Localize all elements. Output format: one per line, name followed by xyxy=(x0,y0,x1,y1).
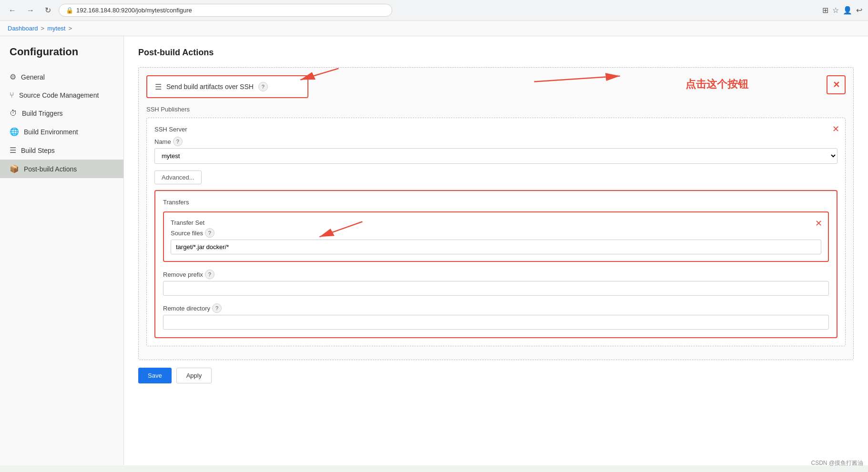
watermark: CSDN @摸鱼打酱油 xyxy=(811,459,863,465)
sidebar-label-general: General xyxy=(21,73,45,81)
menu-icon: ☰ xyxy=(155,82,162,91)
name-field-label: Name ? xyxy=(154,137,837,146)
name-help-btn[interactable]: ? xyxy=(173,137,183,146)
sidebar-item-post-build[interactable]: 📦 Post-build Actions xyxy=(0,160,123,178)
sidebar-label-build-steps: Build Steps xyxy=(21,147,55,154)
package-icon: 📦 xyxy=(10,164,19,173)
globe-icon: 🌐 xyxy=(10,127,19,136)
browser-actions: ⊞ ☆ 👤 ↩ xyxy=(822,6,862,15)
close-transfer-button[interactable]: ✕ xyxy=(815,218,822,229)
profile-btn[interactable]: 👤 xyxy=(843,6,852,15)
extensions-btn[interactable]: ⊞ xyxy=(822,6,828,15)
page-title: Post-build Actions xyxy=(138,48,854,58)
url-text: 192.168.184.80:9200/job/mytest/configure xyxy=(76,7,192,14)
ssh-server-label: SSH Server xyxy=(154,126,837,133)
ssh-server-title: SSH Server xyxy=(154,126,187,133)
source-files-input[interactable] xyxy=(171,240,821,254)
remote-directory-group: Remote directory ? xyxy=(163,303,829,330)
bookmark-btn[interactable]: ☆ xyxy=(832,6,839,15)
breadcrumb-sep2: > xyxy=(69,25,72,32)
remote-directory-label: Remote directory ? xyxy=(163,303,829,313)
server-name-select[interactable]: mytest xyxy=(154,148,837,164)
browser-chrome: ← → ↻ 🔒 192.168.184.80:9200/job/mytest/c… xyxy=(0,0,868,21)
sidebar: Configuration ⚙ General ⑂ Source Code Ma… xyxy=(0,36,124,465)
ssh-publishers-label: SSH Publishers xyxy=(146,106,846,113)
remove-prefix-help-btn[interactable]: ? xyxy=(205,270,214,279)
sidebar-label-source-code: Source Code Management xyxy=(19,91,99,99)
close-section-button[interactable]: ✕ xyxy=(827,75,846,94)
more-btn[interactable]: ↩ xyxy=(856,6,862,15)
clock-icon: ⏱ xyxy=(10,109,17,118)
transfer-inner-section: ✕ Transfer Set Source files ? xyxy=(163,211,829,262)
transfer-set-label: Transfer Set xyxy=(171,219,821,226)
name-label-text: Name xyxy=(154,138,171,145)
apply-button[interactable]: Apply xyxy=(176,368,212,383)
content-wrapper: Post-build Actions ✕ ☰ Send build artifa… xyxy=(138,48,854,388)
address-bar[interactable]: 🔒 192.168.184.80:9200/job/mytest/configu… xyxy=(59,4,392,17)
breadcrumb-mytest[interactable]: mytest xyxy=(47,25,65,32)
breadcrumb-sep1: > xyxy=(41,25,45,32)
sidebar-label-build-environment: Build Environment xyxy=(24,128,78,136)
gear-icon: ⚙ xyxy=(10,72,16,81)
remote-directory-input[interactable] xyxy=(163,315,829,330)
content-area: Post-build Actions ✕ ☰ Send build artifa… xyxy=(124,36,868,465)
remote-directory-help-btn[interactable]: ? xyxy=(212,303,222,313)
branch-icon: ⑂ xyxy=(10,91,14,100)
sidebar-item-source-code[interactable]: ⑂ Source Code Management xyxy=(0,86,123,104)
sidebar-item-general[interactable]: ⚙ General xyxy=(0,68,123,86)
reload-button[interactable]: ↻ xyxy=(42,4,54,17)
send-artifacts-label: Send build artifacts over SSH xyxy=(166,83,254,90)
remove-prefix-input[interactable] xyxy=(163,281,829,296)
send-artifacts-help-btn[interactable]: ? xyxy=(258,82,268,91)
list-icon: ☰ xyxy=(10,146,16,155)
save-button[interactable]: Save xyxy=(138,368,172,383)
annotation-text: 点击这个按钮 xyxy=(685,77,748,91)
source-files-help-btn[interactable]: ? xyxy=(205,228,214,238)
advanced-button[interactable]: Advanced... xyxy=(154,171,202,184)
post-build-section: ✕ ☰ Send build artifacts over SSH ? 点击这个… xyxy=(138,67,854,360)
forward-button[interactable]: → xyxy=(24,4,37,17)
breadcrumb: Dashboard > mytest > xyxy=(0,21,868,36)
back-button[interactable]: ← xyxy=(6,4,19,17)
source-files-field-label: Source files ? xyxy=(171,228,821,238)
send-artifacts-header[interactable]: ☰ Send build artifacts over SSH ? xyxy=(146,75,308,98)
transfers-section: Transfers ✕ Transfer Set Source files ? xyxy=(154,190,837,338)
sidebar-item-build-steps[interactable]: ☰ Build Steps xyxy=(0,141,123,160)
ssh-server-section: ✕ SSH Server Name ? mytest Advanced... xyxy=(146,118,846,346)
bottom-bar: Save Apply xyxy=(138,368,854,388)
transfers-label: Transfers xyxy=(163,199,829,206)
remove-prefix-group: Remove prefix ? xyxy=(163,270,829,296)
sidebar-item-build-environment[interactable]: 🌐 Build Environment xyxy=(0,122,123,141)
sidebar-label-post-build: Post-build Actions xyxy=(24,165,77,173)
remote-directory-text: Remote directory xyxy=(163,305,210,312)
breadcrumb-dashboard[interactable]: Dashboard xyxy=(8,25,38,32)
sidebar-item-build-triggers[interactable]: ⏱ Build Triggers xyxy=(0,104,123,122)
source-files-label-text: Source files xyxy=(171,230,203,237)
close-ssh-server-button[interactable]: ✕ xyxy=(832,124,839,134)
transfer-set-title: Transfer Set xyxy=(171,219,204,226)
remove-prefix-label: Remove prefix ? xyxy=(163,270,829,279)
sidebar-label-build-triggers: Build Triggers xyxy=(22,110,63,117)
main-layout: Configuration ⚙ General ⑂ Source Code Ma… xyxy=(0,36,868,465)
lock-icon: 🔒 xyxy=(66,7,73,14)
remove-prefix-text: Remove prefix xyxy=(163,271,203,278)
sidebar-title: Configuration xyxy=(0,46,123,68)
